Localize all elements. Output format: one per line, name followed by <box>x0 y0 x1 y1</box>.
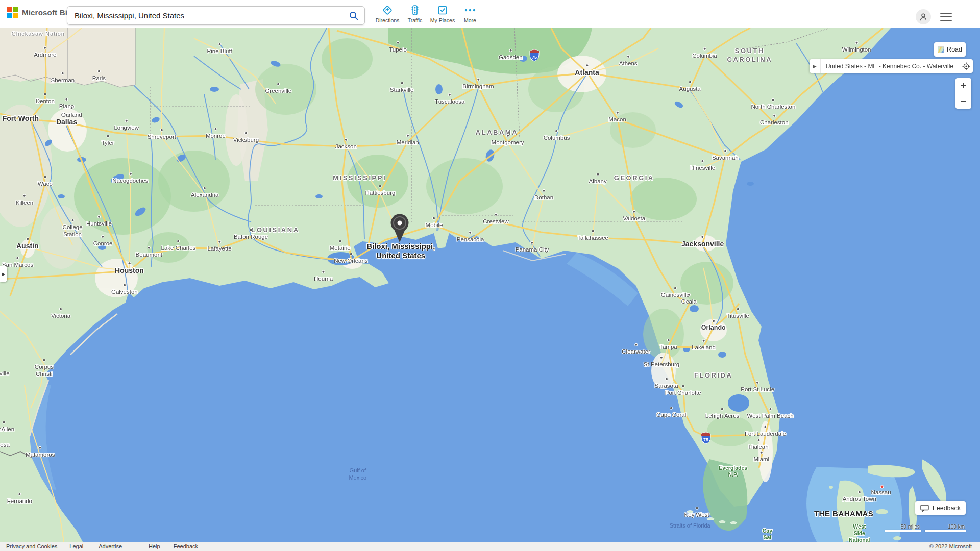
search-box[interactable] <box>67 6 365 25</box>
sidebar-expand-icon: ▶ <box>2 272 5 277</box>
footer-links: Privacy and CookiesLegalAdvertiseHelpFee… <box>6 543 198 549</box>
menu-button[interactable] <box>940 13 952 21</box>
svg-text:75: 75 <box>703 437 708 442</box>
sidebar-expand-tab[interactable]: ▶ <box>0 266 7 282</box>
zoom-in-button[interactable]: + <box>955 78 971 93</box>
breadcrumb-expand-icon[interactable]: ▶ <box>810 59 821 73</box>
copyright-text: © 2022 Microsoft <box>929 543 972 549</box>
feedback-bubble-icon <box>920 505 929 512</box>
footer-link[interactable]: Legal <box>69 543 83 549</box>
account-avatar[interactable] <box>916 9 931 24</box>
map-style-icon <box>938 45 944 54</box>
zoom-out-button[interactable]: − <box>955 93 971 109</box>
more-button[interactable]: More <box>456 4 484 23</box>
search-input[interactable] <box>67 11 343 20</box>
svg-text:75: 75 <box>532 55 537 60</box>
footer-bar: Privacy and CookiesLegalAdvertiseHelpFee… <box>0 542 980 551</box>
search-button[interactable] <box>343 7 364 24</box>
pin-label: Biloxi, Mississippi, United States <box>366 242 435 260</box>
traffic-light-icon <box>401 4 429 16</box>
map-canvas[interactable]: 75 75 Chickasaw NationArdmorePine BluffS… <box>0 28 980 542</box>
breadcrumb-text: United States - ME - Kennebec Co. - Wate… <box>821 63 959 70</box>
zoom-controls: + − <box>955 78 971 109</box>
location-pin[interactable] <box>388 213 411 244</box>
top-bar: Microsoft Bing Directions Traffic My Pla… <box>0 0 980 28</box>
my-places-button[interactable]: My Places <box>429 4 456 23</box>
microsoft-logo-icon <box>7 7 18 18</box>
interstate-shield-75-georgia: 75 <box>530 50 539 62</box>
footer-link[interactable]: Privacy and Cookies <box>6 543 57 549</box>
footer-link[interactable]: Help <box>149 543 160 549</box>
search-icon <box>349 11 359 21</box>
footer-link[interactable]: Feedback <box>174 543 198 549</box>
locate-me-button[interactable] <box>959 59 973 73</box>
locate-icon <box>962 62 970 70</box>
feedback-label: Feedback <box>933 505 961 512</box>
directions-button[interactable]: Directions <box>374 4 401 23</box>
directions-icon <box>374 4 401 16</box>
map-graphic: 75 75 <box>0 28 980 542</box>
person-icon <box>919 12 928 21</box>
feedback-button[interactable]: Feedback <box>915 501 966 515</box>
location-breadcrumb[interactable]: ▶ United States - ME - Kennebec Co. - Wa… <box>810 59 973 73</box>
more-dots-icon <box>456 4 484 16</box>
map-style-button[interactable]: Road <box>934 42 966 57</box>
my-places-icon <box>429 4 456 16</box>
traffic-button[interactable]: Traffic <box>401 4 429 23</box>
interstate-shield-75-florida: 75 <box>701 433 710 444</box>
footer-link[interactable]: Advertise <box>99 543 122 549</box>
map-style-label: Road <box>947 46 962 53</box>
